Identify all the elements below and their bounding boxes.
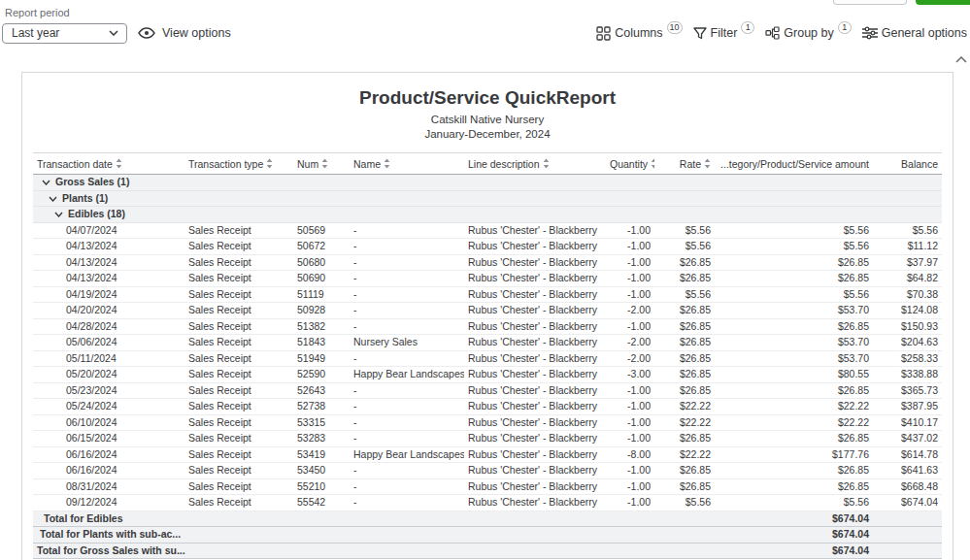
total-balance-empty <box>873 543 942 559</box>
column-header-6[interactable]: Rate <box>654 153 715 175</box>
collapse-group-icon[interactable] <box>49 192 57 206</box>
transaction-row[interactable]: 04/13/2024Sales Receipt50690-Rubus 'Ches… <box>33 271 942 287</box>
quantity-cell: -1.00 <box>606 222 654 239</box>
amount-cell: $80.55 <box>715 367 873 383</box>
transaction-type-cell: Sales Receipt <box>184 382 293 399</box>
transaction-row[interactable]: 05/24/2024Sales Receipt52738-Rubus 'Ches… <box>33 399 942 415</box>
sort-icon[interactable] <box>321 158 328 169</box>
group-by-button[interactable]: Group by 1 <box>765 26 851 40</box>
transaction-row[interactable]: 04/13/2024Sales Receipt50680-Rubus 'Ches… <box>33 254 942 271</box>
group-header-row: Plants (1) <box>33 190 942 207</box>
amount-cell: $5.56 <box>715 495 873 511</box>
line-description-cell: Rubus 'Chester' - Blackberry <box>464 222 606 239</box>
transaction-row[interactable]: 06/15/2024Sales Receipt53283-Rubus 'Ches… <box>33 431 942 447</box>
transaction-row[interactable]: 04/28/2024Sales Receipt51382-Rubus 'Ches… <box>33 318 942 335</box>
report-period-select[interactable]: Last year <box>2 23 127 44</box>
transaction-row[interactable]: 04/07/2024Sales Receipt50569-Rubus 'Ches… <box>33 222 942 239</box>
balance-cell: $124.08 <box>873 303 942 319</box>
transaction-row[interactable]: 05/11/2024Sales Receipt51949-Rubus 'Ches… <box>33 350 942 367</box>
transaction-row[interactable]: 06/10/2024Sales Receipt53315-Rubus 'Ches… <box>33 414 942 431</box>
filter-button[interactable]: Filter 1 <box>693 26 755 40</box>
column-header-3[interactable]: Name <box>350 153 464 175</box>
column-header-label: Balance <box>901 158 938 170</box>
column-header-8[interactable]: Balance <box>873 153 942 175</box>
transaction-type-cell: Sales Receipt <box>184 335 293 351</box>
column-header-2[interactable]: Num <box>293 153 350 175</box>
transaction-row[interactable]: 05/23/2024Sales Receipt52643-Rubus 'Ches… <box>33 382 942 399</box>
line-description-cell: Rubus 'Chester' - Blackberry <box>464 414 606 431</box>
partial-button-primary[interactable] <box>916 0 970 5</box>
amount-cell: $26.85 <box>715 463 873 479</box>
rate-cell: $5.56 <box>654 286 715 303</box>
column-header-0[interactable]: Transaction date <box>33 153 184 175</box>
columns-button[interactable]: Columns 10 <box>596 26 682 41</box>
transaction-type-cell: Sales Receipt <box>184 463 293 479</box>
column-header-7[interactable]: ...tegory/Product/Service amount <box>715 153 873 175</box>
sort-icon[interactable] <box>266 158 273 169</box>
columns-icon <box>596 26 611 41</box>
line-description-cell: Rubus 'Chester' - Blackberry <box>464 335 606 351</box>
transaction-date-cell: 04/13/2024 <box>33 271 184 287</box>
report-table: Transaction dateTransaction typeNumNameL… <box>33 152 942 559</box>
transaction-date-cell: 05/24/2024 <box>33 399 184 415</box>
transaction-row[interactable]: 04/13/2024Sales Receipt50672-Rubus 'Ches… <box>33 239 942 255</box>
column-header-4[interactable]: Line description <box>464 153 606 175</box>
transaction-date-cell: 04/13/2024 <box>33 239 184 255</box>
collapse-group-icon[interactable] <box>42 176 50 189</box>
transaction-type-cell: Sales Receipt <box>184 271 293 287</box>
column-header-5[interactable]: Quantity <box>606 153 654 175</box>
transaction-row[interactable]: 05/06/2024Sales Receipt51843Nursery Sale… <box>33 335 942 351</box>
transaction-row[interactable]: 09/12/2024Sales Receipt55542-Rubus 'Ches… <box>33 495 942 511</box>
quantity-cell: -1.00 <box>606 254 654 271</box>
transaction-date-cell: 06/10/2024 <box>33 414 184 431</box>
rate-cell: $26.85 <box>654 303 715 319</box>
transaction-row[interactable]: 04/20/2024Sales Receipt50928-Rubus 'Ches… <box>33 303 942 319</box>
transaction-row[interactable]: 05/20/2024Sales Receipt52590Happy Bear L… <box>33 367 942 383</box>
name-cell: - <box>350 239 464 255</box>
transaction-row[interactable]: 06/16/2024Sales Receipt53450-Rubus 'Ches… <box>33 463 942 479</box>
transaction-row[interactable]: 04/19/2024Sales Receipt51119-Rubus 'Ches… <box>33 286 942 303</box>
quantity-cell: -1.00 <box>606 271 654 287</box>
view-options-button[interactable]: View options <box>138 26 231 40</box>
total-amount: $674.04 <box>715 527 873 544</box>
name-cell: - <box>350 286 464 303</box>
total-amount: $674.04 <box>715 511 873 527</box>
transaction-date-cell: 04/13/2024 <box>33 254 184 271</box>
total-label: Total for Edibles <box>33 511 715 527</box>
rate-cell: $5.56 <box>654 239 715 255</box>
report-card: Product/Service QuickReport Catskill Nat… <box>21 72 953 560</box>
name-cell: - <box>350 431 464 447</box>
sort-icon[interactable] <box>116 158 122 169</box>
transaction-type-cell: Sales Receipt <box>184 239 293 255</box>
rate-cell: $26.85 <box>654 350 715 367</box>
balance-cell: $11.12 <box>873 239 942 255</box>
line-description-cell: Rubus 'Chester' - Blackberry <box>464 495 606 511</box>
num-cell: 50569 <box>293 222 350 239</box>
general-options-button[interactable]: General options <box>862 26 967 40</box>
collapse-group-icon[interactable] <box>54 208 63 221</box>
sort-icon[interactable] <box>651 158 654 169</box>
chevron-down-icon <box>109 30 118 36</box>
quantity-cell: -3.00 <box>606 367 654 383</box>
amount-cell: $26.85 <box>715 318 873 335</box>
report-toolbar: Last year View options Columns 10 Filter… <box>2 21 968 45</box>
transaction-type-cell: Sales Receipt <box>184 318 293 335</box>
sort-icon[interactable] <box>384 158 390 169</box>
group-header-row: Gross Sales (1) <box>33 175 942 191</box>
report-title: Product/Service QuickReport <box>33 87 942 109</box>
transaction-row[interactable]: 08/31/2024Sales Receipt55210-Rubus 'Ches… <box>33 478 942 495</box>
sort-icon[interactable] <box>543 158 550 169</box>
balance-cell: $64.82 <box>873 271 942 287</box>
amount-cell: $5.56 <box>715 222 873 239</box>
balance-cell: $410.17 <box>873 414 942 431</box>
collapse-toolbar-button[interactable] <box>955 49 967 67</box>
quantity-cell: -2.00 <box>606 350 654 367</box>
partial-button-secondary[interactable] <box>833 0 907 5</box>
total-row: Total for Edibles$674.04 <box>33 511 942 527</box>
total-balance-empty <box>873 511 942 527</box>
sort-icon[interactable] <box>704 158 711 169</box>
transaction-row[interactable]: 06/16/2024Sales Receipt53419Happy Bear L… <box>33 446 942 463</box>
column-header-1[interactable]: Transaction type <box>184 153 293 175</box>
transaction-type-cell: Sales Receipt <box>184 478 293 495</box>
line-description-cell: Rubus 'Chester' - Blackberry <box>464 367 606 383</box>
